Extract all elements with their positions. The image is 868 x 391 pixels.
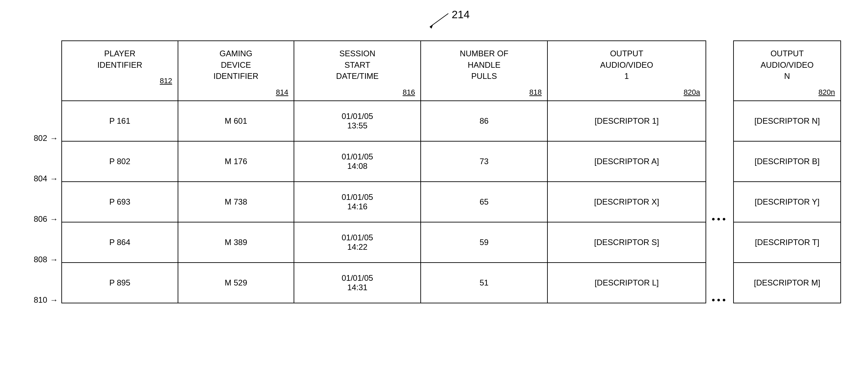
table-row: P 864 M 389 01/01/0514:22 59 [DESCRIPTOR… [62, 222, 706, 263]
cell-gaming-device: M 176 [178, 141, 294, 182]
cell-player-id: P 802 [62, 141, 178, 182]
cell-output-avn: [DESCRIPTOR Y] [734, 182, 841, 222]
ref-number-214: 214 [452, 8, 470, 21]
arrow-810: → [50, 295, 58, 305]
row-label-802: 802 → [34, 118, 58, 158]
arrow-808: → [50, 255, 58, 264]
cell-output-avn: [DESCRIPTOR N] [734, 101, 841, 141]
cell-gaming-device: M 389 [178, 222, 294, 263]
cell-session-start: 01/01/0513:55 [294, 101, 421, 141]
row-labels: 802 → 804 → 806 → 808 → 810 → [34, 118, 58, 320]
row-label-806: 806 → [34, 199, 58, 239]
cell-session-start: 01/01/0514:16 [294, 182, 421, 222]
arrow-804: → [50, 174, 58, 183]
ellipsis-row-5: ••• [712, 280, 727, 320]
col-header-output-av1: OUTPUTAUDIO/VIDEO1 820a [547, 41, 706, 101]
diagram-container: 802 → 804 → 806 → 808 → 810 → PLAYERIDEN… [34, 40, 841, 320]
cell-output-av1: [DESCRIPTOR L] [547, 263, 706, 303]
row-label-810: 810 → [34, 280, 58, 320]
col-header-session-start: SESSIONSTARTDATE/TIME 816 [294, 41, 421, 101]
table-row: P 802 M 176 01/01/0514:08 73 [DESCRIPTOR… [62, 141, 706, 182]
cell-session-start: 01/01/0514:31 [294, 263, 421, 303]
row-label-808: 808 → [34, 239, 58, 280]
table-row: [DESCRIPTOR B] [734, 141, 841, 182]
cell-player-id: P 895 [62, 263, 178, 303]
right-table-wrapper: OUTPUTAUDIO/VIDEON 820n [DESCRIPTOR N] [… [733, 40, 841, 303]
cell-handle-pulls: 73 [421, 141, 547, 182]
right-header-row: OUTPUTAUDIO/VIDEON 820n [734, 41, 841, 101]
cell-player-id: P 161 [62, 101, 178, 141]
cell-handle-pulls: 51 [421, 263, 547, 303]
col-header-player-id: PLAYERIDENTIFIER 812 [62, 41, 178, 101]
table-row: [DESCRIPTOR Y] [734, 182, 841, 222]
cell-output-avn: [DESCRIPTOR B] [734, 141, 841, 182]
cell-output-av1: [DESCRIPTOR S] [547, 222, 706, 263]
cell-handle-pulls: 65 [421, 182, 547, 222]
row-label-804: 804 → [34, 158, 58, 199]
cell-session-start: 01/01/0514:08 [294, 141, 421, 182]
cell-player-id: P 864 [62, 222, 178, 263]
col-header-gaming-device: GAMINGDEVICEIDENTIFIER 814 [178, 41, 294, 101]
right-table: OUTPUTAUDIO/VIDEON 820n [DESCRIPTOR N] [… [733, 40, 841, 303]
cell-output-av1: [DESCRIPTOR A] [547, 141, 706, 182]
main-table-wrapper: PLAYERIDENTIFIER 812 GAMINGDEVICEIDENTIF… [61, 40, 706, 303]
cell-session-start: 01/01/0514:22 [294, 222, 421, 263]
cell-gaming-device: M 601 [178, 101, 294, 141]
cell-player-id: P 693 [62, 182, 178, 222]
arrow-802: → [50, 133, 58, 143]
table-row: P 161 M 601 01/01/0513:55 86 [DESCRIPTOR… [62, 101, 706, 141]
cell-output-av1: [DESCRIPTOR X] [547, 182, 706, 222]
table-row: [DESCRIPTOR N] [734, 101, 841, 141]
table-row: P 693 M 738 01/01/0514:16 65 [DESCRIPTOR… [62, 182, 706, 222]
col-header-output-avn: OUTPUTAUDIO/VIDEON 820n [734, 41, 841, 101]
cell-handle-pulls: 59 [421, 222, 547, 263]
table-row: [DESCRIPTOR T] [734, 222, 841, 263]
main-table: PLAYERIDENTIFIER 812 GAMINGDEVICEIDENTIF… [61, 40, 706, 303]
header-row: PLAYERIDENTIFIER 812 GAMINGDEVICEIDENTIF… [62, 41, 706, 101]
col-header-handle-pulls: NUMBER OFHANDLEPULLS 818 [421, 41, 547, 101]
ellipsis-middle-col: ••• ••• [710, 40, 730, 320]
ellipsis-row-3: ••• [712, 199, 727, 239]
cell-output-av1: [DESCRIPTOR 1] [547, 101, 706, 141]
cell-gaming-device: M 738 [178, 182, 294, 222]
table-row: P 895 M 529 01/01/0514:31 51 [DESCRIPTOR… [62, 263, 706, 303]
cell-output-avn: [DESCRIPTOR M] [734, 263, 841, 303]
cell-output-avn: [DESCRIPTOR T] [734, 222, 841, 263]
cell-handle-pulls: 86 [421, 101, 547, 141]
cell-gaming-device: M 529 [178, 263, 294, 303]
table-row: [DESCRIPTOR M] [734, 263, 841, 303]
arrow-806: → [50, 214, 58, 224]
